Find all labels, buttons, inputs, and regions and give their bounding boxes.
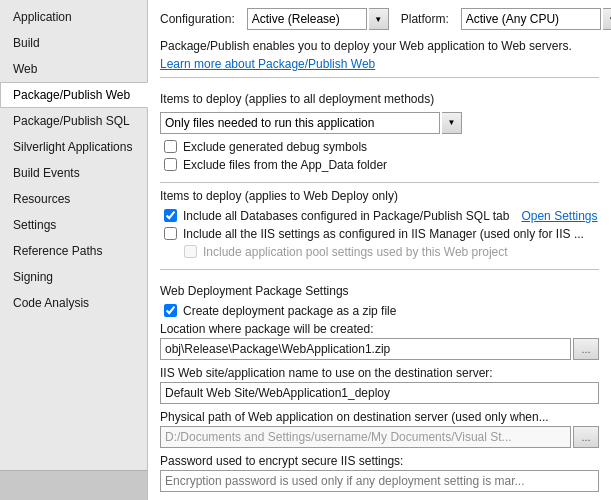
- sidebar-item-silverlight[interactable]: Silverlight Applications: [0, 134, 147, 160]
- platform-dropdown-container: Active (Any CPU) Any CPU x86 ▼: [461, 8, 611, 30]
- location-input-row: ...: [160, 338, 599, 360]
- exclude-appdata-row: Exclude files from the App_Data folder: [160, 158, 599, 172]
- sidebar-item-build[interactable]: Build: [0, 30, 147, 56]
- sidebar-item-settings[interactable]: Settings: [0, 212, 147, 238]
- location-row: Location where package will be created: …: [160, 322, 599, 360]
- top-bar: Configuration: Active (Release) Debug Re…: [160, 8, 599, 30]
- description-link[interactable]: Learn more about Package/Publish Web: [160, 57, 599, 71]
- exclude-appdata-label: Exclude files from the App_Data folder: [183, 158, 387, 172]
- physical-input[interactable]: [160, 426, 571, 448]
- create-zip-row: Create deployment package as a zip file: [160, 304, 599, 318]
- platform-select[interactable]: Active (Any CPU) Any CPU x86: [461, 8, 601, 30]
- platform-dropdown-btn[interactable]: ▼: [603, 8, 611, 30]
- sidebar-item-application[interactable]: Application: [0, 4, 147, 30]
- config-dropdown-container: Active (Release) Debug Release ▼: [247, 8, 389, 30]
- main-content: Configuration: Active (Release) Debug Re…: [148, 0, 611, 500]
- sidebar-bottom: [0, 470, 147, 500]
- sidebar-item-resources[interactable]: Resources: [0, 186, 147, 212]
- create-zip-checkbox[interactable]: [164, 304, 177, 317]
- password-input-row: [160, 470, 599, 492]
- divider-2: [160, 182, 599, 183]
- password-input[interactable]: [160, 470, 599, 492]
- description-text: Package/Publish enables you to deploy yo…: [160, 38, 599, 55]
- config-select[interactable]: Active (Release) Debug Release: [247, 8, 367, 30]
- location-browse-btn[interactable]: ...: [573, 338, 599, 360]
- exclude-debug-row: Exclude generated debug symbols: [160, 140, 599, 154]
- config-label: Configuration:: [160, 12, 235, 26]
- password-label: Password used to encrypt secure IIS sett…: [160, 454, 599, 468]
- sidebar-item-code-analysis[interactable]: Code Analysis: [0, 290, 147, 316]
- sidebar-item-build-events[interactable]: Build Events: [0, 160, 147, 186]
- password-row: Password used to encrypt secure IIS sett…: [160, 454, 599, 492]
- section2-header-row: Items to deploy (applies to Web Deploy o…: [160, 189, 599, 209]
- create-zip-label: Create deployment package as a zip file: [183, 304, 396, 318]
- iis-row: IIS Web site/application name to use on …: [160, 366, 599, 404]
- sidebar-item-reference-paths[interactable]: Reference Paths: [0, 238, 147, 264]
- sidebar-item-web[interactable]: Web: [0, 56, 147, 82]
- config-dropdown-btn[interactable]: ▼: [369, 8, 389, 30]
- include-apppool-label: Include application pool settings used b…: [203, 245, 508, 259]
- include-iis-row: Include all the IIS settings as configur…: [160, 227, 599, 241]
- platform-label: Platform:: [401, 12, 449, 26]
- physical-browse-btn[interactable]: ...: [573, 426, 599, 448]
- include-apppool-checkbox[interactable]: [184, 245, 197, 258]
- location-label: Location where package will be created:: [160, 322, 599, 336]
- deploy-option-row: Only files needed to run this applicatio…: [160, 112, 599, 134]
- physical-row: Physical path of Web application on dest…: [160, 410, 599, 448]
- exclude-debug-label: Exclude generated debug symbols: [183, 140, 367, 154]
- location-input[interactable]: [160, 338, 571, 360]
- section2-header: Items to deploy (applies to Web Deploy o…: [160, 189, 398, 203]
- sidebar: Application Build Web Package/Publish We…: [0, 0, 148, 500]
- section3-header: Web Deployment Package Settings: [160, 284, 599, 298]
- divider-1: [160, 77, 599, 78]
- iis-label: IIS Web site/application name to use on …: [160, 366, 599, 380]
- iis-input-row: [160, 382, 599, 404]
- deploy-option-dropdown-btn[interactable]: ▼: [442, 112, 462, 134]
- include-databases-label: Include all Databases configured in Pack…: [183, 209, 509, 223]
- exclude-debug-checkbox[interactable]: [164, 140, 177, 153]
- sidebar-item-signing[interactable]: Signing: [0, 264, 147, 290]
- include-apppool-row: Include application pool settings used b…: [160, 245, 599, 259]
- physical-input-row: ...: [160, 426, 599, 448]
- divider-3: [160, 269, 599, 270]
- open-settings-link[interactable]: Open Settings: [521, 209, 597, 223]
- section1-header: Items to deploy (applies to all deployme…: [160, 92, 599, 106]
- iis-input[interactable]: [160, 382, 599, 404]
- include-iis-checkbox[interactable]: [164, 227, 177, 240]
- exclude-appdata-checkbox[interactable]: [164, 158, 177, 171]
- include-iis-label: Include all the IIS settings as configur…: [183, 227, 584, 241]
- physical-label: Physical path of Web application on dest…: [160, 410, 599, 424]
- sidebar-item-package-publish-web[interactable]: Package/Publish Web: [0, 82, 148, 108]
- include-databases-checkbox[interactable]: [164, 209, 177, 222]
- deploy-option-select[interactable]: Only files needed to run this applicatio…: [160, 112, 440, 134]
- include-databases-row: Include all Databases configured in Pack…: [160, 209, 599, 223]
- sidebar-item-package-publish-sql[interactable]: Package/Publish SQL: [0, 108, 147, 134]
